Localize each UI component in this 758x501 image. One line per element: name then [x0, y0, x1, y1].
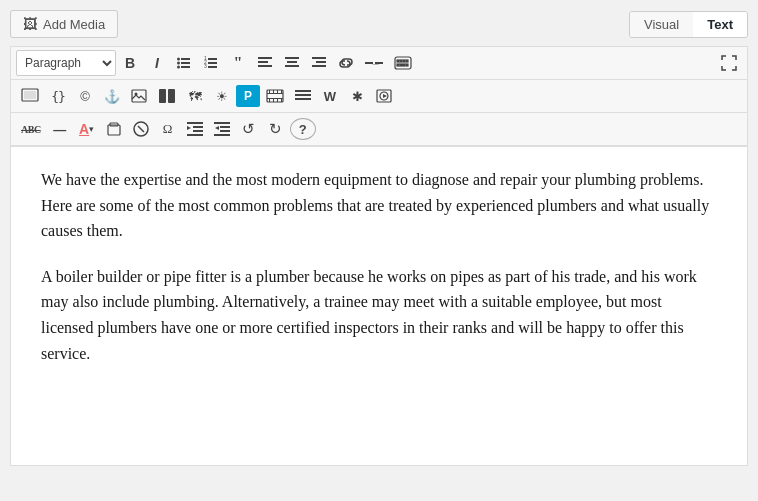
link-button[interactable]	[333, 50, 359, 76]
svg-rect-6	[208, 58, 217, 60]
bold-button[interactable]: B	[117, 50, 143, 76]
special-char-button[interactable]: Ω	[155, 116, 181, 142]
list-view-button[interactable]	[290, 83, 316, 109]
svg-rect-48	[281, 99, 282, 102]
screen-reader-button[interactable]	[16, 83, 44, 109]
anchor-button[interactable]: ⚓	[99, 83, 125, 109]
svg-rect-49	[295, 90, 311, 92]
green-p-button[interactable]: P	[236, 85, 260, 107]
view-tabs: Visual Text	[629, 11, 748, 38]
svg-rect-24	[395, 57, 411, 69]
svg-rect-25	[397, 60, 399, 62]
toolbar-row-2: {} © ⚓ 🗺 ☀ P W ✱	[10, 79, 748, 112]
svg-rect-47	[277, 99, 278, 102]
svg-rect-17	[285, 65, 299, 67]
svg-rect-26	[400, 60, 402, 62]
svg-rect-15	[285, 57, 299, 59]
more-tag-button[interactable]: —	[360, 50, 388, 76]
toolbar-row-1: Paragraph Heading 1 Heading 2 Heading 3 …	[10, 46, 748, 79]
svg-rect-62	[187, 134, 203, 136]
content-paragraph-2: A boiler builder or pipe fitter is a plu…	[41, 264, 717, 366]
editor-container: 🖼 Add Media Visual Text Paragraph Headin…	[0, 0, 758, 476]
svg-rect-42	[273, 90, 274, 93]
svg-rect-0	[181, 58, 190, 60]
svg-rect-27	[403, 60, 405, 62]
text-color-button[interactable]: A ▾	[74, 116, 100, 142]
text-tab[interactable]: Text	[693, 12, 747, 37]
svg-rect-19	[316, 61, 326, 63]
add-media-icon: 🖼	[23, 16, 37, 32]
svg-rect-28	[406, 60, 408, 62]
content-paragraph-1: We have the expertise and the most moder…	[41, 167, 717, 244]
svg-rect-39	[267, 93, 283, 94]
align-center-button[interactable]	[279, 50, 305, 76]
svg-rect-59	[187, 122, 203, 124]
svg-rect-12	[258, 57, 272, 59]
outdent-button[interactable]	[209, 116, 235, 142]
svg-rect-36	[159, 89, 166, 103]
svg-rect-51	[295, 98, 311, 100]
code-button[interactable]: {}	[45, 83, 71, 109]
svg-rect-41	[269, 90, 270, 93]
svg-marker-54	[383, 94, 387, 98]
redo-button[interactable]: ↻	[263, 116, 289, 142]
svg-rect-37	[168, 89, 175, 103]
undo-button[interactable]: ↺	[236, 116, 262, 142]
svg-rect-60	[193, 126, 203, 128]
fullscreen-button[interactable]	[716, 50, 742, 76]
keyboard-button[interactable]	[389, 50, 417, 76]
svg-rect-66	[220, 130, 230, 132]
editor-content[interactable]: We have the expertise and the most moder…	[10, 146, 748, 466]
svg-rect-61	[193, 130, 203, 132]
align-right-button[interactable]	[306, 50, 332, 76]
add-media-label: Add Media	[43, 17, 105, 32]
svg-rect-44	[281, 90, 282, 93]
svg-rect-18	[312, 57, 326, 59]
svg-point-5	[177, 66, 180, 69]
horizontal-rule-button[interactable]: —	[47, 116, 73, 142]
help-button[interactable]: ?	[290, 118, 316, 140]
indent-button[interactable]	[182, 116, 208, 142]
svg-text:3: 3	[204, 63, 207, 69]
svg-rect-46	[273, 99, 274, 102]
svg-rect-43	[277, 90, 278, 93]
add-media-button[interactable]: 🖼 Add Media	[10, 10, 118, 38]
image-button[interactable]	[126, 83, 152, 109]
film-button[interactable]	[261, 83, 289, 109]
asterisk-button[interactable]: ✱	[344, 83, 370, 109]
svg-rect-33	[24, 91, 36, 99]
unordered-list-button[interactable]	[171, 50, 197, 76]
align-left-button[interactable]	[252, 50, 278, 76]
visual-tab[interactable]: Visual	[630, 12, 693, 37]
video-button[interactable]	[371, 83, 399, 109]
svg-marker-63	[187, 126, 191, 130]
svg-rect-30	[400, 64, 405, 66]
svg-rect-50	[295, 94, 311, 96]
paragraph-select[interactable]: Paragraph Heading 1 Heading 2 Heading 3 …	[16, 50, 116, 76]
toolbar-row-3: ABC — A ▾ Ω ↺ ↻ ?	[10, 112, 748, 146]
svg-rect-16	[287, 61, 297, 63]
italic-button[interactable]: I	[144, 50, 170, 76]
wp-page-navi-button[interactable]: ☀	[209, 83, 235, 109]
svg-rect-20	[312, 65, 326, 67]
blockquote-button[interactable]: "	[225, 50, 251, 76]
paste-as-text-button[interactable]	[101, 116, 127, 142]
svg-rect-64	[214, 122, 230, 124]
wp-more-button[interactable]	[153, 83, 181, 109]
svg-line-58	[138, 126, 144, 132]
svg-rect-65	[220, 126, 230, 128]
svg-rect-1	[181, 62, 190, 64]
svg-point-3	[177, 58, 180, 61]
emoticons-button[interactable]: ©	[72, 83, 98, 109]
svg-rect-8	[208, 66, 217, 68]
svg-rect-29	[397, 64, 399, 66]
clear-formatting-button[interactable]	[128, 116, 154, 142]
map-button[interactable]: 🗺	[182, 83, 208, 109]
strikethrough-button[interactable]: ABC	[16, 116, 46, 142]
svg-rect-13	[258, 61, 268, 63]
svg-point-4	[177, 62, 180, 65]
wordpress-button[interactable]: W	[317, 83, 343, 109]
ordered-list-button[interactable]: 123	[198, 50, 224, 76]
svg-rect-45	[269, 99, 270, 102]
svg-rect-31	[406, 64, 408, 66]
